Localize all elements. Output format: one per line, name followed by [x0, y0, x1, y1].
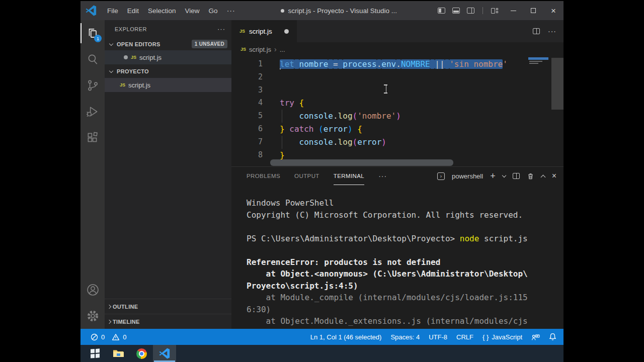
- extensions-icon[interactable]: [80, 125, 105, 151]
- source-control-icon[interactable]: [80, 72, 105, 99]
- editor-more-icon[interactable]: ···: [548, 27, 556, 35]
- shell-name[interactable]: powershell: [452, 172, 483, 180]
- code-editor[interactable]: 1let nombre = process.env.NOMBRE || 'sin…: [231, 56, 564, 166]
- horizontal-scrollbar[interactable]: [270, 159, 453, 166]
- menu-selection[interactable]: Selection: [143, 5, 181, 17]
- new-terminal-icon[interactable]: +: [490, 171, 496, 182]
- minimize-button[interactable]: [503, 1, 523, 20]
- language-label: JavaScript: [492, 333, 522, 341]
- timeline-section[interactable]: TIMELINE: [105, 314, 231, 329]
- file-item-scriptjs[interactable]: JS script.js: [105, 78, 231, 92]
- activity-bar: 1: [80, 20, 105, 329]
- title-unsaved-dot-icon: [281, 9, 284, 13]
- toggle-sidebar-icon[interactable]: [438, 8, 445, 14]
- panel-more-icon[interactable]: ···: [378, 172, 387, 180]
- tab-problems[interactable]: PROBLEMS: [247, 167, 280, 185]
- js-file-icon: JS: [239, 29, 245, 34]
- tab-scriptjs[interactable]: JS script.js: [231, 20, 297, 42]
- explorer-sidebar: EXPLORER ··· OPEN EDITORS 1 UNSAVED JS s…: [105, 20, 231, 329]
- windows-logo-icon: [91, 349, 100, 358]
- split-terminal-icon[interactable]: [513, 173, 520, 179]
- code-line[interactable]: 5 console.log('nombre'): [231, 110, 564, 123]
- maximize-panel-icon[interactable]: [540, 174, 545, 179]
- close-panel-icon[interactable]: ×: [552, 171, 556, 180]
- run-debug-icon[interactable]: [80, 99, 105, 125]
- vscode-taskbar-icon[interactable]: [153, 345, 176, 362]
- chrome-taskbar-icon[interactable]: [130, 345, 153, 362]
- code-line[interactable]: 4try {: [231, 97, 564, 110]
- modified-dot-icon[interactable]: [124, 55, 128, 59]
- cursor-position-status[interactable]: Ln 1, Col 1 (46 selected): [310, 333, 382, 341]
- code-line[interactable]: 6} catch (error) {: [231, 123, 564, 136]
- terminal-line: [247, 244, 564, 256]
- kill-terminal-trash-icon[interactable]: [527, 172, 534, 180]
- vertical-scrollbar[interactable]: [551, 58, 564, 110]
- open-editors-label: OPEN EDITORS: [117, 41, 160, 47]
- folder-name-label: PROYECTO: [117, 68, 149, 74]
- error-count: 0: [101, 333, 105, 341]
- code-line[interactable]: 1let nombre = process.env.NOMBRE || 'sin…: [231, 58, 564, 71]
- code-line[interactable]: 2: [231, 71, 564, 84]
- bottom-panel: PROBLEMS OUTPUT TERMINAL ··· › powershel…: [231, 166, 564, 329]
- breadcrumb-symbol[interactable]: ...: [280, 46, 285, 53]
- settings-gear-icon[interactable]: [80, 303, 105, 329]
- chevron-right-icon: [107, 304, 111, 308]
- terminal-line: ReferenceError: productos is not defined: [247, 256, 564, 268]
- windows-taskbar: [80, 345, 564, 362]
- terminal-line: [247, 221, 564, 233]
- tab-modified-dot-icon[interactable]: [284, 29, 289, 34]
- outline-section[interactable]: OUTLINE: [105, 299, 231, 314]
- chevron-down-icon: [109, 68, 113, 72]
- terminal-line: at Module._compile (internal/modules/cjs…: [247, 292, 564, 304]
- indentation-status[interactable]: Spaces: 4: [390, 333, 420, 341]
- feedback-icon[interactable]: [531, 333, 540, 341]
- start-button[interactable]: [84, 345, 107, 362]
- window-title-area: script.js - Proyecto - Visual Studio ...: [240, 7, 438, 15]
- encoding-status[interactable]: UTF-8: [429, 333, 447, 341]
- maximize-button[interactable]: [523, 1, 543, 20]
- folder-section-header[interactable]: PROYECTO: [105, 64, 231, 78]
- terminal-line: at Object.Module._extensions..js (intern…: [247, 315, 564, 327]
- chevron-right-icon: [107, 319, 111, 323]
- tab-output[interactable]: OUTPUT: [294, 167, 319, 185]
- menu-view[interactable]: View: [181, 5, 204, 17]
- editor-tabbar: JS script.js ···: [231, 20, 564, 42]
- menu-go[interactable]: Go: [204, 5, 222, 17]
- terminal-line: at Object.<anonymous> (C:\Users\Administ…: [247, 268, 564, 280]
- open-editor-item-scriptjs[interactable]: JS script.js: [105, 50, 231, 64]
- warning-count: 0: [123, 333, 126, 341]
- terminal-line: PS C:\Users\Administrator\Desktop\Proyec…: [247, 233, 564, 245]
- timeline-label: TIMELINE: [113, 319, 140, 325]
- terminal-dropdown-icon[interactable]: [502, 173, 506, 177]
- tab-terminal[interactable]: TERMINAL: [334, 167, 364, 185]
- sidebar-more-icon[interactable]: ···: [217, 25, 225, 33]
- open-editors-header[interactable]: OPEN EDITORS 1 UNSAVED: [105, 38, 231, 50]
- terminal-output[interactable]: Windows PowerShellCopyright (C) Microsof…: [231, 185, 564, 329]
- breadcrumb[interactable]: JS script.js › ...: [231, 42, 564, 56]
- breadcrumb-filename[interactable]: script.js: [249, 46, 271, 53]
- split-editor-icon[interactable]: [533, 28, 540, 34]
- titlebar-separator: [482, 7, 483, 14]
- open-editor-filename: script.js: [139, 54, 162, 61]
- language-status[interactable]: { } JavaScript: [482, 333, 522, 341]
- menu-file[interactable]: File: [103, 5, 123, 17]
- code-line[interactable]: 3: [231, 84, 564, 97]
- search-icon[interactable]: [80, 46, 105, 72]
- account-icon[interactable]: [80, 277, 105, 303]
- toggle-secondary-sidebar-icon[interactable]: [467, 8, 474, 14]
- eol-status[interactable]: CRLF: [456, 333, 473, 341]
- problems-status[interactable]: 0 0: [91, 333, 126, 341]
- code-line[interactable]: 7 console.log(error): [231, 136, 564, 149]
- terminal-line: Proyecto\script.js:4:5): [247, 280, 564, 292]
- file-explorer-taskbar-icon[interactable]: [107, 345, 130, 362]
- menu-more-icon[interactable]: ···: [222, 5, 240, 17]
- toggle-panel-icon[interactable]: [452, 8, 460, 14]
- customize-layout-icon[interactable]: [491, 8, 498, 14]
- vscode-window: File Edit Selection View Go ··· script.j…: [80, 1, 564, 345]
- notifications-bell-icon[interactable]: [549, 333, 556, 341]
- close-window-button[interactable]: ×: [543, 1, 564, 20]
- explorer-icon[interactable]: 1: [80, 20, 105, 46]
- minimap[interactable]: [528, 57, 550, 163]
- chrome-logo-icon: [136, 348, 147, 359]
- menu-edit[interactable]: Edit: [123, 5, 143, 17]
